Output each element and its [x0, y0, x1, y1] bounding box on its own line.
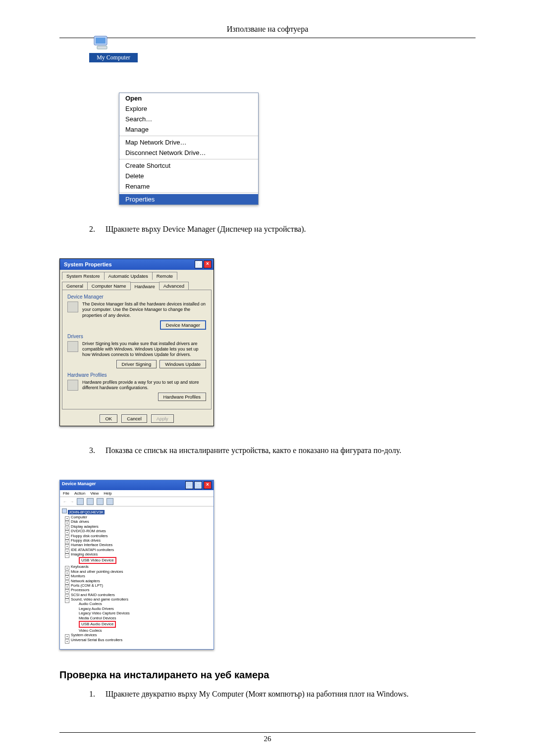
tree-usb-audio-device[interactable]: USB Audio Device	[79, 621, 116, 628]
ctx-separator	[119, 193, 258, 193]
ok-button[interactable]: OK	[100, 414, 117, 423]
tree-computer[interactable]: Computer	[62, 515, 212, 519]
system-properties-dialog: System Properties ? × System Restore Aut…	[59, 258, 214, 426]
hardware-profiles-button[interactable]: Hardware Profiles	[158, 393, 207, 401]
tree-legacy-audio[interactable]: Legacy Audio Drivers	[62, 606, 212, 611]
drivers-description: Driver Signing lets you make sure that i…	[82, 341, 206, 358]
menu-help[interactable]: Help	[104, 491, 111, 496]
ctx-search[interactable]: Search…	[119, 114, 258, 124]
tab-system-restore[interactable]: System Restore	[62, 272, 105, 280]
driver-signing-button[interactable]: Driver Signing	[116, 360, 157, 368]
tree-fdd[interactable]: Floppy disk drives	[62, 538, 212, 543]
ctx-delete[interactable]: Delete	[119, 171, 258, 181]
tree-monitors[interactable]: Monitors	[62, 574, 212, 578]
forward-icon[interactable]: →	[70, 500, 74, 504]
tree-ide[interactable]: IDE ATA/ATAPI controllers	[62, 548, 212, 552]
ctx-explore[interactable]: Explore	[119, 103, 258, 114]
tree-root[interactable]: JOHN-8FQDJ4EV3K	[68, 510, 105, 514]
drivers-icon	[67, 341, 78, 352]
tree-audio-codecs[interactable]: Audio Codecs	[62, 602, 212, 606]
toolbar-icon[interactable]	[97, 498, 104, 505]
ctx-manage[interactable]: Manage	[119, 124, 258, 135]
step-3-text: Показва се списък на инсталираните устро…	[106, 446, 401, 455]
hardware-profiles-description: Hardware profiles provide a way for you …	[82, 380, 206, 391]
tree-display[interactable]: Display adapters	[62, 524, 212, 529]
tab-automatic-updates[interactable]: Automatic Updates	[104, 272, 153, 280]
tree-disk[interactable]: Disk drives	[62, 519, 212, 524]
dialog-title: System Properties	[64, 261, 112, 267]
tree-ports[interactable]: Ports (COM & LPT)	[62, 583, 212, 588]
ctx-create-shortcut[interactable]: Create Shortcut	[119, 160, 258, 171]
ctx-properties[interactable]: Properties	[119, 194, 258, 204]
tab-general[interactable]: General	[62, 282, 88, 290]
tab-row-1: System Restore Automatic Updates Remote	[60, 270, 214, 280]
tab-hardware[interactable]: Hardware	[130, 282, 160, 290]
tree-mice[interactable]: Mice and other pointing devices	[62, 569, 212, 574]
device-manager-window: Device Manager _ □ × File Action View He…	[59, 480, 214, 650]
webcam-step-1-text: Щракнете двукратно върху My Computer (Мо…	[106, 690, 409, 699]
svg-rect-2	[97, 46, 107, 49]
toolbar-icon[interactable]	[87, 498, 94, 505]
tree-system-devices[interactable]: System devices	[62, 633, 212, 637]
section-webcam-check: Проверка на инсталирането на уеб камера	[59, 669, 476, 681]
my-computer-icon	[92, 34, 112, 52]
tree-sound[interactable]: Sound, video and game controllers	[62, 597, 212, 602]
step-2-number: 2.	[89, 225, 97, 234]
group-device-manager: Device Manager	[67, 294, 206, 300]
tree-hid[interactable]: Human Interface Devices	[62, 543, 212, 547]
toolbar-icon[interactable]	[107, 498, 113, 505]
back-icon[interactable]: ←	[63, 500, 67, 504]
device-manager-icon	[67, 302, 78, 312]
group-drivers: Drivers	[67, 334, 206, 339]
context-menu: Open Explore Search… Manage Map Network …	[119, 93, 259, 205]
tree-legacy-video[interactable]: Legacy Video Capture Devices	[62, 611, 212, 615]
tree-keyboards[interactable]: Keyboards	[62, 564, 212, 569]
device-manager-title: Device Manager	[62, 481, 96, 489]
tree-usb-video-device[interactable]: USB Video Device	[79, 557, 116, 564]
device-manager-button[interactable]: Device Manager	[160, 320, 206, 330]
tree-scsi[interactable]: SCSI and RAID controllers	[62, 593, 212, 597]
ctx-open[interactable]: Open	[119, 93, 258, 103]
step-3-number: 3.	[89, 446, 97, 455]
tab-computer-name[interactable]: Computer Name	[87, 282, 131, 290]
group-hardware-profiles: Hardware Profiles	[67, 372, 206, 378]
apply-button: Apply	[151, 414, 174, 423]
menu-view[interactable]: View	[90, 491, 99, 496]
my-computer-label[interactable]: My Computer	[89, 53, 138, 62]
tree-media-control[interactable]: Media Control Devices	[62, 616, 212, 620]
ctx-map-drive[interactable]: Map Network Drive…	[119, 137, 258, 148]
tree-fdc[interactable]: Floppy disk controllers	[62, 534, 212, 538]
ctx-separator	[119, 159, 258, 159]
ctx-rename[interactable]: Rename	[119, 181, 258, 192]
cancel-button[interactable]: Cancel	[121, 414, 147, 423]
tab-remote[interactable]: Remote	[152, 272, 177, 280]
webcam-step-1-number: 1.	[89, 690, 97, 699]
device-tree[interactable]: JOHN-8FQDJ4EV3K Computer Disk drives Dis…	[60, 506, 214, 649]
tree-processors[interactable]: Processors	[62, 588, 212, 592]
ctx-separator	[119, 136, 258, 136]
page-number: 26	[59, 732, 476, 743]
ctx-disconnect-drive[interactable]: Disconnect Network Drive…	[119, 148, 258, 158]
tree-usb-controllers[interactable]: Universal Serial Bus controllers	[62, 638, 212, 642]
tree-network[interactable]: Network adapters	[62, 579, 212, 583]
svg-rect-1	[96, 38, 106, 44]
tree-video-codecs[interactable]: Video Codecs	[62, 628, 212, 633]
hardware-profiles-icon	[67, 380, 78, 391]
menu-file[interactable]: File	[63, 491, 69, 496]
toolbar-icon[interactable]	[77, 498, 84, 505]
help-icon[interactable]: ?	[195, 260, 203, 268]
device-manager-description: The Device Manager lists all the hardwar…	[82, 302, 206, 318]
close-icon[interactable]: ×	[204, 481, 212, 489]
tab-row-2: General Computer Name Hardware Advanced	[60, 280, 214, 290]
maximize-icon[interactable]: □	[194, 481, 202, 489]
close-icon[interactable]: ×	[204, 260, 212, 268]
page-header: Използване на софтуера	[59, 25, 476, 38]
step-2-text: Щракнете върху Device Manager (Диспечер …	[106, 225, 306, 234]
tree-imaging[interactable]: Imaging devices	[62, 552, 212, 556]
menu-action[interactable]: Action	[74, 491, 85, 496]
tree-dvd[interactable]: DVD/CD-ROM drives	[62, 529, 212, 533]
tab-advanced[interactable]: Advanced	[159, 282, 189, 290]
windows-update-button[interactable]: Windows Update	[160, 360, 206, 368]
minimize-icon[interactable]: _	[185, 481, 193, 489]
